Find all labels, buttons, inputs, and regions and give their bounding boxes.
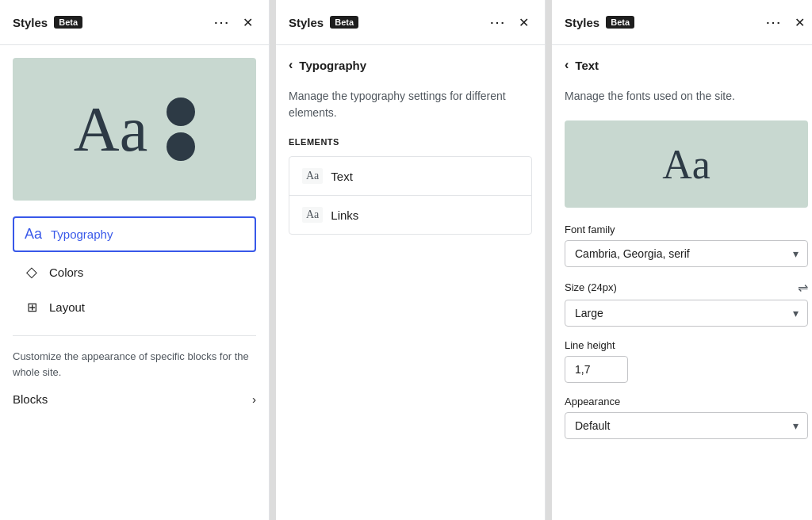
panel2-header: Styles Beta ⋯ ✕ [276, 0, 545, 45]
panel3-body: ‹ Text Manage the fonts used on the site… [552, 45, 812, 520]
panel-text: Styles Beta ⋯ ✕ ‹ Text Manage the fonts … [552, 0, 812, 520]
close-icon: ✕ [243, 15, 253, 30]
panel3-more-button[interactable]: ⋯ [762, 10, 785, 35]
back-to-typography-button[interactable]: ‹ Text [565, 58, 599, 72]
back-label-3: Text [575, 59, 599, 72]
back-arrow-icon: ‹ [289, 58, 293, 72]
colors-icon: ◇ [22, 263, 41, 281]
nav-layout-label: Layout [49, 300, 85, 314]
panel2-body: ‹ Typography Manage the typography setti… [276, 45, 545, 520]
element-text-label: Text [331, 170, 353, 183]
size-label: Size (24px) [565, 281, 617, 293]
layout-icon: ⊞ [22, 300, 41, 315]
back-to-styles-button[interactable]: ‹ Typography [289, 58, 366, 72]
panel2-close-button[interactable]: ✕ [515, 12, 532, 33]
panel3-close-button[interactable]: ✕ [791, 12, 808, 33]
text-description: Manage the fonts used on the site. [565, 88, 808, 105]
elements-list: Aa Text Aa Links [289, 156, 532, 235]
panel1-title: Styles [13, 16, 48, 29]
filter-icon[interactable]: ⇌ [798, 280, 808, 295]
text-aa-icon: Aa [302, 168, 323, 184]
size-label-row: Size (24px) ⇌ [565, 280, 808, 295]
size-select[interactable]: Large [565, 300, 808, 327]
line-height-group: Line height 1,7 [565, 339, 808, 383]
panel2-beta-badge: Beta [330, 16, 358, 29]
panel1-more-button[interactable]: ⋯ [210, 10, 233, 35]
preview-dots [167, 98, 195, 161]
panel1-body: Aa Aa Typography ◇ Colors ⊞ Layout Custo… [0, 45, 269, 520]
panel2-title: Styles [289, 16, 324, 29]
panel3-title: Styles [565, 16, 599, 29]
panel3-beta-badge: Beta [606, 16, 634, 29]
font-family-select-wrapper: Cambria, Georgia, serif [565, 240, 808, 267]
size-select-wrapper: Large [565, 300, 808, 327]
nav-colors[interactable]: ◇ Colors [13, 255, 256, 289]
element-text[interactable]: Aa Text [289, 157, 531, 196]
font-family-group: Font family Cambria, Georgia, serif [565, 224, 808, 267]
links-aa-icon: Aa [302, 207, 323, 223]
blocks-section: Customize the appearance of specific blo… [13, 349, 256, 415]
size-group: Size (24px) ⇌ Large [565, 280, 808, 327]
line-height-input[interactable]: 1,7 [565, 356, 628, 383]
panel1-close-button[interactable]: ✕ [239, 12, 256, 33]
font-preview-text: Aa [662, 141, 710, 188]
panel3-header: Styles Beta ⋯ ✕ [552, 0, 812, 45]
panel2-more-button[interactable]: ⋯ [486, 10, 509, 35]
nav-colors-label: Colors [49, 266, 83, 279]
preview-aa-text: Aa [74, 94, 147, 166]
divider-2 [546, 0, 552, 520]
close-icon-2: ✕ [519, 15, 529, 30]
element-links[interactable]: Aa Links [289, 196, 531, 234]
back-arrow-icon-3: ‹ [565, 58, 569, 72]
panel-typography: Styles Beta ⋯ ✕ ‹ Typography Manage the … [276, 0, 546, 520]
divider-1 [270, 0, 276, 520]
typography-icon: Aa [24, 226, 43, 243]
blocks-description: Customize the appearance of specific blo… [13, 349, 256, 380]
font-preview: Aa [565, 120, 808, 208]
appearance-select-wrapper: Default [565, 412, 808, 439]
more-icon-3: ⋯ [765, 13, 782, 32]
line-height-label: Line height [565, 339, 808, 351]
back-label: Typography [299, 59, 366, 72]
blocks-link-label: Blocks [13, 392, 48, 406]
font-family-select[interactable]: Cambria, Georgia, serif [565, 240, 808, 267]
panel1-beta-badge: Beta [54, 16, 82, 29]
preview-dot-1 [167, 98, 195, 126]
preview-dot-2 [167, 132, 195, 161]
appearance-select[interactable]: Default [565, 412, 808, 439]
element-links-label: Links [331, 208, 358, 222]
typography-description: Manage the typography settings for diffe… [289, 88, 532, 121]
nav-typography[interactable]: Aa Typography [13, 216, 256, 252]
close-icon-3: ✕ [795, 15, 805, 30]
blocks-link[interactable]: Blocks › [13, 389, 256, 409]
more-icon-2: ⋯ [489, 13, 506, 32]
nav-layout[interactable]: ⊞ Layout [13, 292, 256, 323]
elements-label: ELEMENTS [289, 137, 532, 147]
panel1-divider [13, 335, 256, 336]
chevron-right-icon: › [252, 392, 256, 406]
more-icon: ⋯ [213, 13, 230, 32]
nav-typography-label: Typography [51, 228, 113, 241]
appearance-label: Appearance [565, 396, 808, 407]
font-family-label: Font family [565, 224, 808, 235]
style-preview: Aa [13, 58, 256, 201]
appearance-group: Appearance Default [565, 396, 808, 439]
panel-styles: Styles Beta ⋯ ✕ Aa Aa Typography ◇ Color… [0, 0, 270, 520]
panel1-header: Styles Beta ⋯ ✕ [0, 0, 269, 45]
